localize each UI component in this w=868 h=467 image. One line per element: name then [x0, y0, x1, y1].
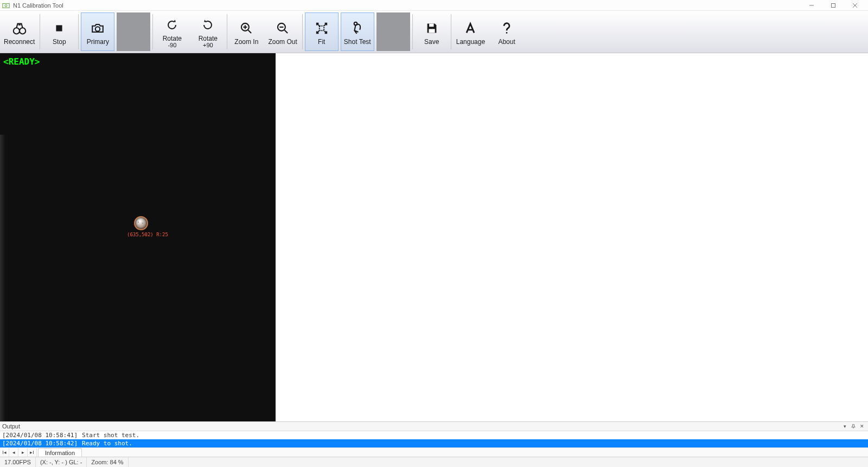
save-icon: [424, 20, 439, 36]
rotate-pos90-button[interactable]: Rotate +90: [191, 12, 225, 51]
primary-button[interactable]: Primary: [81, 12, 114, 51]
svg-rect-24: [429, 23, 433, 27]
zoom-out-button[interactable]: Zoom Out: [265, 12, 299, 51]
zoom-in-icon: [239, 20, 254, 36]
rotate-neg90-button[interactable]: Rotate -90: [155, 12, 189, 51]
log-row[interactable]: [2024/01/08 10:58:41]Start shot test.: [0, 431, 868, 439]
log-first-icon[interactable]: I◂: [0, 448, 9, 457]
letter-a-icon: [463, 20, 478, 36]
save-button[interactable]: Save: [415, 12, 449, 51]
svg-line-12: [248, 30, 252, 33]
log-timestamp: [2024/01/08 10:58:41]: [2, 432, 78, 439]
reconnect-label: Reconnect: [4, 39, 35, 45]
svg-line-22: [324, 30, 327, 33]
log-timestamp: [2024/01/08 10:58:42]: [2, 440, 78, 447]
svg-line-19: [317, 23, 319, 25]
placeholder-button-1: [117, 12, 150, 51]
log-message: Start shot test.: [82, 432, 139, 439]
stop-button[interactable]: Stop: [42, 12, 76, 51]
shot-test-label: Shot Test: [344, 39, 371, 45]
separator: [302, 14, 303, 49]
log-row[interactable]: [2024/01/08 10:58:42]Ready to shot.: [0, 439, 868, 447]
rotate-pos90-sublabel: +90: [203, 42, 213, 48]
panel-pin-icon[interactable]: [850, 423, 857, 430]
svg-line-20: [324, 23, 327, 25]
camera-edge: [0, 135, 8, 421]
zoom-in-button[interactable]: Zoom In: [229, 12, 263, 51]
log-prev-icon[interactable]: ◂: [9, 448, 18, 457]
camera-icon: [90, 20, 105, 36]
svg-line-16: [285, 30, 288, 33]
svg-point-10: [95, 27, 100, 31]
fit-label: Fit: [318, 39, 325, 45]
zoom-in-label: Zoom In: [234, 39, 258, 45]
status-coord: (X: -, Y: - ) GL: -: [36, 457, 87, 467]
separator: [152, 14, 153, 49]
separator: [40, 14, 40, 49]
tab-information[interactable]: Information: [38, 448, 82, 457]
rotate-neg90-label: Rotate: [163, 35, 182, 42]
about-label: About: [498, 39, 515, 45]
zoom-out-label: Zoom Out: [268, 39, 297, 45]
titlebar: N1 Calibration Tool: [0, 0, 868, 11]
language-button[interactable]: Language: [454, 12, 488, 51]
stop-label: Stop: [53, 39, 66, 45]
save-label: Save: [424, 39, 439, 45]
rotate-ccw-icon: [164, 17, 180, 33]
svg-point-6: [13, 28, 19, 34]
about-button[interactable]: About: [490, 12, 524, 51]
reconnect-button[interactable]: Reconnect: [1, 12, 37, 51]
detected-ball-marker: [134, 216, 148, 230]
svg-line-21: [317, 30, 319, 33]
shot-test-button[interactable]: Shot Test: [341, 12, 374, 51]
window-title: N1 Calibration Tool: [13, 2, 63, 9]
svg-point-26: [506, 32, 508, 34]
zoom-out-icon: [275, 20, 290, 36]
camera-view[interactable]: <READY> (635,502) R:25: [0, 53, 276, 421]
status-zoom: Zoom: 84 %: [87, 457, 128, 467]
svg-rect-9: [56, 25, 62, 31]
stop-icon: [52, 20, 67, 36]
output-log[interactable]: [2024/01/08 10:58:41]Start shot test. [2…: [0, 431, 868, 447]
placeholder-button-2: [376, 12, 410, 51]
window-maximize[interactable]: [822, 0, 844, 11]
toolbar: Reconnect Stop Primary Rotate -90: [0, 11, 868, 53]
separator: [78, 14, 79, 49]
statusbar: 17.00FPS (X: -, Y: - ) GL: - Zoom: 84 %: [0, 457, 868, 467]
app-icon: [2, 2, 10, 9]
svg-rect-18: [320, 26, 324, 30]
ball-annotation: (635,502) R:25: [127, 232, 168, 237]
panel-menu-icon[interactable]: ▾: [841, 423, 848, 430]
svg-rect-0: [3, 3, 9, 8]
tab-label: Information: [45, 450, 75, 456]
window-minimize[interactable]: [801, 0, 822, 11]
panel-close-icon[interactable]: ✕: [858, 423, 866, 430]
rotate-cw-icon: [200, 17, 215, 33]
output-title: Output: [2, 423, 20, 430]
ready-status: <READY>: [3, 56, 40, 67]
fit-button[interactable]: Fit: [305, 12, 339, 51]
svg-point-1: [5, 4, 7, 7]
binoculars-icon: [12, 20, 27, 36]
log-message: Ready to shot.: [82, 440, 132, 447]
question-icon: [499, 20, 514, 36]
secondary-view: [276, 53, 868, 421]
primary-label: Primary: [87, 39, 109, 45]
content-area: <READY> (635,502) R:25: [0, 53, 868, 421]
output-panel: Output ▾ ✕ [2024/01/08 10:58:41]Start sh…: [0, 421, 868, 457]
svg-rect-25: [429, 29, 435, 33]
separator: [227, 14, 227, 49]
fit-icon: [314, 20, 329, 36]
rotate-pos90-label: Rotate: [199, 35, 218, 42]
status-fps: 17.00FPS: [0, 457, 36, 467]
log-last-icon[interactable]: ▸I: [28, 448, 37, 457]
log-navbar: I◂ ◂ ▸ ▸I Information: [0, 447, 868, 457]
rotate-neg90-sublabel: -90: [168, 42, 176, 48]
golf-swing-icon: [350, 20, 365, 36]
log-next-icon[interactable]: ▸: [18, 448, 28, 457]
separator: [412, 14, 413, 49]
svg-point-7: [20, 28, 25, 34]
window-close[interactable]: [844, 0, 866, 11]
output-header[interactable]: Output ▾ ✕: [0, 422, 868, 431]
separator: [451, 14, 451, 49]
